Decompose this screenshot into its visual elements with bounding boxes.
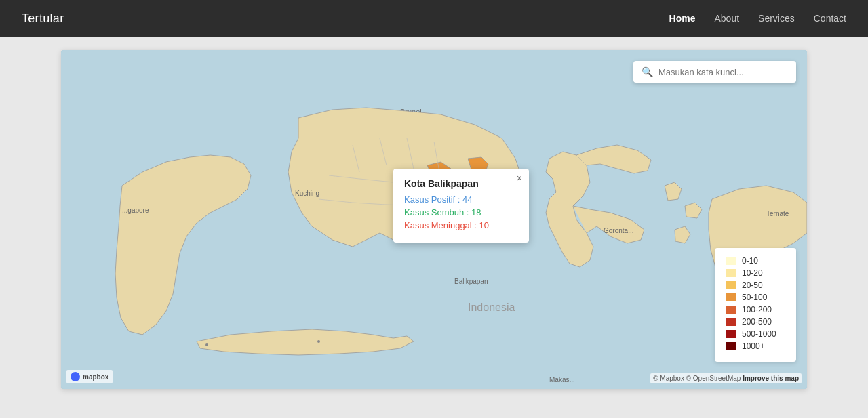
- legend-label: 0-10: [742, 256, 758, 266]
- mapbox-logo-text: mapbox: [83, 373, 108, 381]
- popup-death-value: 10: [479, 220, 489, 230]
- nav-contact[interactable]: Contact: [814, 13, 846, 24]
- svg-text:Indonesia: Indonesia: [468, 301, 515, 313]
- popup-recovered-value: 18: [471, 207, 481, 217]
- legend-label: 20-50: [742, 280, 763, 290]
- legend-color-swatch: [726, 257, 736, 265]
- popup-positive-row: Kasus Positif : 44: [404, 194, 518, 205]
- popup-recovered-label: Kasus Sembuh :: [404, 207, 471, 217]
- attribution-text: © Mapbox © OpenStreetMap: [653, 375, 743, 382]
- svg-text:...gapore: ...gapore: [122, 207, 149, 214]
- search-icon: 🔍: [642, 66, 653, 77]
- navbar: Tertular Home About Services Contact: [0, 0, 868, 37]
- mapbox-logo-icon: [71, 372, 80, 381]
- popup-recovered-row: Kasus Sembuh : 18: [404, 207, 518, 217]
- legend-item: 50-100: [726, 293, 785, 302]
- legend-label: 50-100: [742, 293, 767, 302]
- legend-label: 200-500: [742, 317, 772, 327]
- page-container: Brunei: [0, 37, 868, 418]
- svg-text:Makas...: Makas...: [549, 376, 575, 383]
- svg-point-21: [205, 343, 208, 346]
- attribution-link[interactable]: Improve this map: [743, 375, 799, 382]
- legend-label: 10-20: [742, 268, 763, 278]
- legend-color-swatch: [726, 281, 736, 289]
- map-wrapper: Brunei: [61, 50, 807, 389]
- nav-home[interactable]: Home: [669, 13, 696, 24]
- navbar-brand: Tertular: [22, 12, 64, 26]
- nav-about[interactable]: About: [714, 13, 739, 24]
- svg-text:Kuching: Kuching: [295, 190, 319, 197]
- attribution: © Mapbox © OpenStreetMap Improve this ma…: [650, 373, 802, 383]
- svg-text:Ternate: Ternate: [766, 210, 789, 217]
- legend-item: 1000+: [726, 341, 785, 351]
- legend-item: 10-20: [726, 268, 785, 278]
- legend-color-swatch: [726, 318, 736, 326]
- popup-positive-value: 44: [462, 194, 472, 205]
- legend-item: 500-1000: [726, 329, 785, 339]
- nav-services[interactable]: Services: [758, 13, 795, 24]
- legend-color-swatch: [726, 269, 736, 277]
- legend-item: 100-200: [726, 305, 785, 314]
- legend: 0-1010-2020-5050-100100-200200-500500-10…: [715, 248, 796, 362]
- popup-death-label: Kasus Meninggal :: [404, 220, 479, 230]
- legend-color-swatch: [726, 293, 736, 301]
- search-box[interactable]: 🔍: [633, 61, 796, 83]
- popup-title: Kota Balikpapan: [404, 178, 518, 189]
- navbar-links: Home About Services Contact: [669, 12, 846, 24]
- legend-color-swatch: [726, 342, 736, 350]
- search-input[interactable]: [658, 67, 788, 77]
- legend-label: 100-200: [742, 305, 772, 314]
- svg-point-22: [317, 340, 320, 343]
- popup-death-row: Kasus Meninggal : 10: [404, 220, 518, 230]
- legend-label: 500-1000: [742, 329, 776, 339]
- legend-item: 200-500: [726, 317, 785, 327]
- legend-item: 0-10: [726, 256, 785, 266]
- legend-color-swatch: [726, 330, 736, 338]
- mapbox-logo: mapbox: [66, 370, 113, 383]
- legend-item: 20-50: [726, 280, 785, 290]
- popup: × Kota Balikpapan Kasus Positif : 44 Kas…: [393, 169, 529, 243]
- svg-text:Balikpapan: Balikpapan: [454, 278, 488, 285]
- legend-label: 1000+: [742, 341, 765, 351]
- popup-positive-label: Kasus Positif :: [404, 194, 462, 205]
- legend-color-swatch: [726, 306, 736, 314]
- svg-text:Goronta...: Goronta...: [604, 227, 633, 234]
- popup-close-button[interactable]: ×: [517, 173, 522, 184]
